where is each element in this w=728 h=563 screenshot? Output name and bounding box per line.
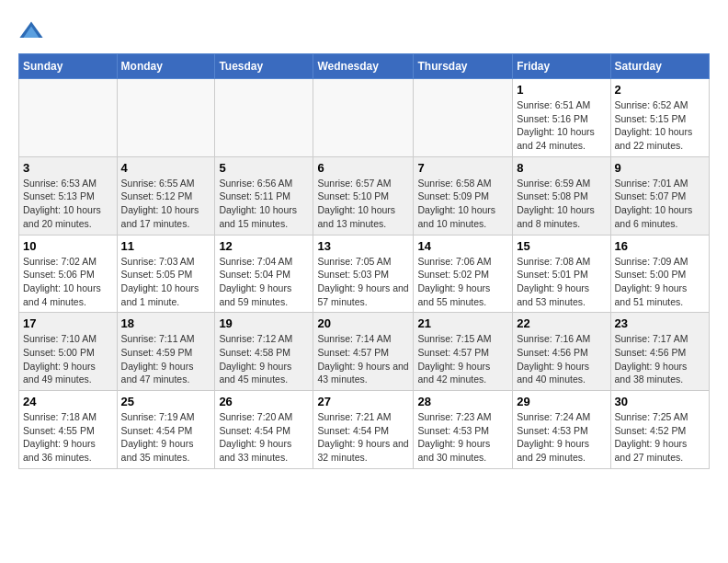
day-number: 7 <box>417 161 508 175</box>
day-number: 2 <box>615 83 705 97</box>
header-monday: Monday <box>117 54 215 79</box>
day-info: Sunrise: 7:14 AM Sunset: 4:57 PM Dayligh… <box>317 332 409 386</box>
day-cell <box>414 79 513 157</box>
day-info: Sunrise: 7:02 AM Sunset: 5:06 PM Dayligh… <box>23 255 113 309</box>
day-info: Sunrise: 6:52 AM Sunset: 5:15 PM Dayligh… <box>615 98 705 153</box>
day-cell: 22Sunrise: 7:16 AM Sunset: 4:56 PM Dayli… <box>513 313 610 391</box>
day-info: Sunrise: 7:10 AM Sunset: 5:00 PM Dayligh… <box>23 332 113 386</box>
day-info: Sunrise: 7:03 AM Sunset: 5:05 PM Dayligh… <box>121 255 211 309</box>
day-cell: 28Sunrise: 7:23 AM Sunset: 4:53 PM Dayli… <box>414 391 513 469</box>
day-info: Sunrise: 6:55 AM Sunset: 5:12 PM Dayligh… <box>121 177 211 231</box>
day-cell: 30Sunrise: 7:25 AM Sunset: 4:52 PM Dayli… <box>610 391 709 469</box>
day-number: 21 <box>417 316 508 330</box>
day-info: Sunrise: 7:04 AM Sunset: 5:04 PM Dayligh… <box>219 255 309 309</box>
day-info: Sunrise: 6:51 AM Sunset: 5:16 PM Dayligh… <box>517 98 606 153</box>
day-cell: 18Sunrise: 7:11 AM Sunset: 4:59 PM Dayli… <box>117 313 215 391</box>
day-cell: 9Sunrise: 7:01 AM Sunset: 5:07 PM Daylig… <box>610 156 709 235</box>
logo <box>18 18 48 44</box>
header-saturday: Saturday <box>610 54 709 79</box>
day-cell: 25Sunrise: 7:19 AM Sunset: 4:54 PM Dayli… <box>117 391 215 469</box>
day-number: 11 <box>121 239 211 253</box>
day-info: Sunrise: 7:23 AM Sunset: 4:53 PM Dayligh… <box>417 410 508 465</box>
day-info: Sunrise: 7:05 AM Sunset: 5:03 PM Dayligh… <box>317 255 409 309</box>
week-row-3: 10Sunrise: 7:02 AM Sunset: 5:06 PM Dayli… <box>19 235 710 313</box>
day-info: Sunrise: 6:58 AM Sunset: 5:09 PM Dayligh… <box>417 177 508 231</box>
day-info: Sunrise: 7:09 AM Sunset: 5:00 PM Dayligh… <box>615 255 705 309</box>
calendar-table: SundayMondayTuesdayWednesdayThursdayFrid… <box>18 53 710 469</box>
day-cell: 20Sunrise: 7:14 AM Sunset: 4:57 PM Dayli… <box>313 313 414 391</box>
header-friday: Friday <box>513 54 610 79</box>
day-number: 4 <box>121 161 211 175</box>
day-info: Sunrise: 7:11 AM Sunset: 4:59 PM Dayligh… <box>121 332 211 386</box>
day-cell: 6Sunrise: 6:57 AM Sunset: 5:10 PM Daylig… <box>313 156 414 235</box>
day-cell: 19Sunrise: 7:12 AM Sunset: 4:58 PM Dayli… <box>215 313 313 391</box>
day-number: 17 <box>23 316 113 330</box>
day-cell: 10Sunrise: 7:02 AM Sunset: 5:06 PM Dayli… <box>19 235 118 313</box>
day-number: 5 <box>219 161 309 175</box>
calendar-header-row: SundayMondayTuesdayWednesdayThursdayFrid… <box>19 54 710 79</box>
day-number: 10 <box>23 239 113 253</box>
day-info: Sunrise: 6:53 AM Sunset: 5:13 PM Dayligh… <box>23 177 113 231</box>
day-cell: 23Sunrise: 7:17 AM Sunset: 4:56 PM Dayli… <box>610 313 709 391</box>
day-number: 15 <box>517 239 606 253</box>
day-info: Sunrise: 7:21 AM Sunset: 4:54 PM Dayligh… <box>317 410 409 465</box>
day-info: Sunrise: 7:16 AM Sunset: 4:56 PM Dayligh… <box>517 332 606 386</box>
day-number: 20 <box>317 316 409 330</box>
day-info: Sunrise: 7:15 AM Sunset: 4:57 PM Dayligh… <box>417 332 508 386</box>
day-number: 29 <box>517 395 606 408</box>
day-info: Sunrise: 7:06 AM Sunset: 5:02 PM Dayligh… <box>417 255 508 309</box>
day-cell: 24Sunrise: 7:18 AM Sunset: 4:55 PM Dayli… <box>19 391 118 469</box>
day-info: Sunrise: 7:17 AM Sunset: 4:56 PM Dayligh… <box>615 332 705 386</box>
day-number: 19 <box>219 316 309 330</box>
week-row-4: 17Sunrise: 7:10 AM Sunset: 5:00 PM Dayli… <box>19 313 710 391</box>
header-wednesday: Wednesday <box>313 54 414 79</box>
day-number: 12 <box>219 239 309 253</box>
day-cell: 17Sunrise: 7:10 AM Sunset: 5:00 PM Dayli… <box>19 313 118 391</box>
day-number: 18 <box>121 316 211 330</box>
day-number: 26 <box>219 395 309 408</box>
day-number: 14 <box>417 239 508 253</box>
day-number: 8 <box>517 161 606 175</box>
day-number: 13 <box>317 239 409 253</box>
day-cell: 8Sunrise: 6:59 AM Sunset: 5:08 PM Daylig… <box>513 156 610 235</box>
day-cell: 16Sunrise: 7:09 AM Sunset: 5:00 PM Dayli… <box>610 235 709 313</box>
day-cell: 27Sunrise: 7:21 AM Sunset: 4:54 PM Dayli… <box>313 391 414 469</box>
day-number: 1 <box>517 83 606 97</box>
logo-icon <box>18 18 44 44</box>
week-row-2: 3Sunrise: 6:53 AM Sunset: 5:13 PM Daylig… <box>19 156 710 235</box>
day-info: Sunrise: 7:25 AM Sunset: 4:52 PM Dayligh… <box>615 410 705 465</box>
header-sunday: Sunday <box>19 54 118 79</box>
day-cell: 2Sunrise: 6:52 AM Sunset: 5:15 PM Daylig… <box>610 79 709 157</box>
day-info: Sunrise: 7:01 AM Sunset: 5:07 PM Dayligh… <box>615 177 705 231</box>
day-number: 28 <box>417 395 508 408</box>
day-cell: 7Sunrise: 6:58 AM Sunset: 5:09 PM Daylig… <box>414 156 513 235</box>
day-info: Sunrise: 7:18 AM Sunset: 4:55 PM Dayligh… <box>23 410 113 465</box>
page-header <box>18 18 710 44</box>
day-info: Sunrise: 7:20 AM Sunset: 4:54 PM Dayligh… <box>219 410 309 465</box>
day-cell <box>19 79 118 157</box>
day-cell: 13Sunrise: 7:05 AM Sunset: 5:03 PM Dayli… <box>313 235 414 313</box>
day-number: 22 <box>517 316 606 330</box>
day-number: 3 <box>23 161 113 175</box>
day-cell: 12Sunrise: 7:04 AM Sunset: 5:04 PM Dayli… <box>215 235 313 313</box>
header-thursday: Thursday <box>414 54 513 79</box>
day-cell <box>215 79 313 157</box>
day-cell: 21Sunrise: 7:15 AM Sunset: 4:57 PM Dayli… <box>414 313 513 391</box>
day-cell: 11Sunrise: 7:03 AM Sunset: 5:05 PM Dayli… <box>117 235 215 313</box>
day-cell <box>313 79 414 157</box>
day-cell: 26Sunrise: 7:20 AM Sunset: 4:54 PM Dayli… <box>215 391 313 469</box>
day-info: Sunrise: 7:19 AM Sunset: 4:54 PM Dayligh… <box>121 410 211 465</box>
day-info: Sunrise: 7:08 AM Sunset: 5:01 PM Dayligh… <box>517 255 606 309</box>
day-number: 23 <box>615 316 705 330</box>
day-number: 6 <box>317 161 409 175</box>
day-cell: 3Sunrise: 6:53 AM Sunset: 5:13 PM Daylig… <box>19 156 118 235</box>
day-cell: 14Sunrise: 7:06 AM Sunset: 5:02 PM Dayli… <box>414 235 513 313</box>
day-number: 25 <box>121 395 211 408</box>
header-tuesday: Tuesday <box>215 54 313 79</box>
day-number: 9 <box>615 161 705 175</box>
day-cell: 4Sunrise: 6:55 AM Sunset: 5:12 PM Daylig… <box>117 156 215 235</box>
day-info: Sunrise: 6:57 AM Sunset: 5:10 PM Dayligh… <box>317 177 409 231</box>
day-info: Sunrise: 6:56 AM Sunset: 5:11 PM Dayligh… <box>219 177 309 231</box>
day-cell: 29Sunrise: 7:24 AM Sunset: 4:53 PM Dayli… <box>513 391 610 469</box>
day-number: 24 <box>23 395 113 408</box>
